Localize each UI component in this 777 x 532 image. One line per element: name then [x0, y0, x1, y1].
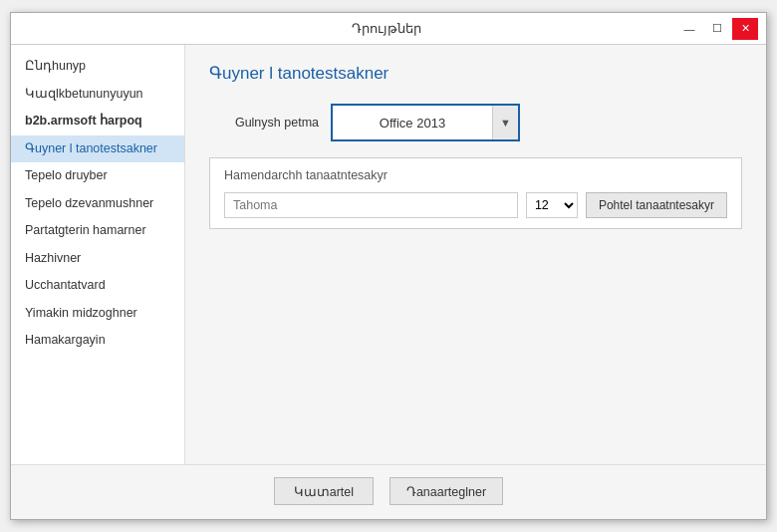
theme-row: Gulnysh petma Office 2013 ▼ — [209, 104, 742, 141]
sidebar-item-general[interactable]: Ընդhunур — [11, 53, 184, 81]
choose-font-button[interactable]: Pohtel tanaatntesakyr — [586, 192, 727, 218]
sidebar-item-b2b[interactable]: b2b.armsoft հarpoq — [11, 108, 184, 135]
font-row: 12 8 9 10 11 14 16 Pohtel tanaatntesakyr — [224, 192, 727, 218]
main-window: Դրույթներ — ☐ ✕ Ընդhunур Կազlkbetununyuy… — [10, 12, 767, 520]
cancel-button[interactable]: Կատartel — [274, 477, 374, 505]
font-size-select[interactable]: 12 8 9 10 11 14 16 — [526, 192, 578, 218]
theme-dropdown-value: Office 2013 — [333, 110, 492, 136]
footer: Կատartel Դanaarteglner — [11, 464, 766, 519]
minimize-button[interactable]: — — [676, 18, 702, 40]
title-bar: Դրույթներ — ☐ ✕ — [11, 13, 766, 45]
window-title: Դրույթներ — [97, 21, 676, 36]
close-button[interactable]: ✕ — [732, 18, 758, 40]
window-controls: — ☐ ✕ — [676, 18, 758, 40]
font-section: Hamendarchh tanaatntesakyr 12 8 9 10 11 … — [209, 157, 742, 229]
theme-dropdown-arrow-icon[interactable]: ▼ — [492, 106, 518, 139]
sidebar-item-table-prefs[interactable]: Tepelo druyber — [11, 162, 184, 190]
sidebar: Ընդhunур Կազlkbetununyuyun b2b.armsoft հ… — [11, 45, 185, 464]
window-body: Ընդhunур Կազlkbetununyuyun b2b.armsoft հ… — [11, 45, 766, 464]
sidebar-item-updates[interactable]: Yimakin midzoghner — [11, 300, 184, 328]
sidebar-item-bank[interactable]: Ucchantatvard — [11, 272, 184, 300]
theme-label: Gulnysh petma — [209, 116, 319, 130]
sidebar-item-colors[interactable]: Գuyner l tanotestsakner — [11, 135, 184, 163]
maximize-button[interactable]: ☐ — [704, 18, 730, 40]
confirm-button[interactable]: Դanaarteglner — [389, 477, 503, 505]
sidebar-item-table-fonts[interactable]: Tepelo dzevanmushner — [11, 190, 184, 218]
sidebar-item-sync[interactable]: Hamakargayin — [11, 327, 184, 355]
font-name-input[interactable] — [224, 192, 518, 218]
sidebar-item-currency[interactable]: Կազlkbetununyuyun — [11, 81, 184, 109]
sidebar-item-accounts[interactable]: Hazhivner — [11, 245, 184, 273]
page-title: Գuyner l tanotestsakner — [209, 63, 742, 84]
main-content: Գuyner l tanotestsakner Gulnysh petma Of… — [185, 45, 766, 464]
font-section-title: Hamendarchh tanaatntesakyr — [224, 168, 727, 182]
sidebar-item-doc-params[interactable]: Partatgterin hamarner — [11, 217, 184, 245]
theme-dropdown[interactable]: Office 2013 ▼ — [331, 104, 520, 141]
